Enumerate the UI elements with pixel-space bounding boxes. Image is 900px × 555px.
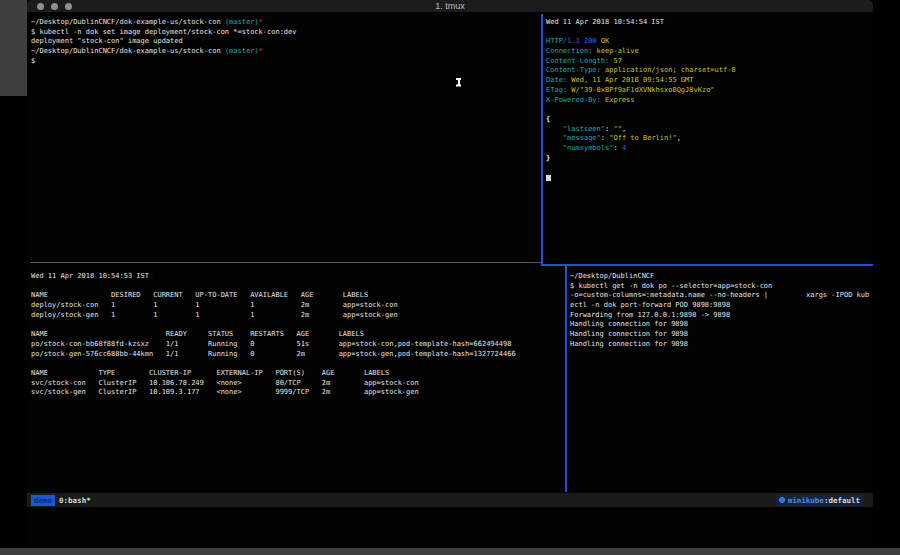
terminal-text: Handling connection for 9898 (570, 320, 688, 328)
terminal-line: deploy/stock-gen 1 1 1 1 2m app=stock-ge… (31, 311, 561, 321)
terminal-text: Date: (546, 76, 567, 84)
pane-divider-vertical-top[interactable] (541, 14, 543, 265)
terminal-text: ectl -n dok port-forward POD 9898:9898 (570, 301, 730, 309)
terminal-text: OK (597, 37, 610, 45)
terminal-text: Forwarding from 127.0.0.1:9898 -> 9898 (570, 311, 730, 319)
terminal-line: Handling connection for 9898 (570, 320, 873, 330)
terminal-text: * (259, 47, 263, 55)
terminal-text: X-Powered-By: (546, 96, 601, 104)
terminal-line: HTTP/1.1 200 OK (546, 37, 873, 47)
traffic-lights (37, 3, 72, 10)
terminal-line: X-Powered-By: Express (546, 96, 873, 106)
terminal-line: Forwarding from 127.0.0.1:9898 -> 9898 (570, 311, 873, 321)
terminal-text: svc/stock-gen ClusterIP 10.109.3.177 <no… (31, 388, 419, 396)
terminal-text: po/stock-con-bb68f88fd-kzsxz 1/1 Running… (31, 340, 511, 348)
pane-divider-vertical-bottom[interactable] (565, 265, 567, 492)
terminal-window: 1. tmux ~/Desktop/DublinCNCF/dok-example… (27, 0, 873, 548)
kube-context: minikube (788, 496, 824, 505)
terminal-line (31, 320, 561, 330)
terminal-text: Express (601, 96, 635, 104)
terminal-line (31, 282, 561, 292)
terminal-text: Handling connection for 9898 (570, 340, 688, 348)
terminal-text: Wed, 11 Apr 2018 09:54:55 GMT (567, 76, 693, 84)
terminal-text: $ kubectl -n dok set image deployment/st… (31, 28, 297, 36)
terminal-text: deployment "stock-con" image updated (31, 37, 183, 45)
pane-bottom-right-port-forward[interactable]: ~/Desktop/DublinCNCF$ kubectl get -n dok… (570, 272, 873, 487)
terminal-line: deploy/stock-con 1 1 1 1 2m app=stock-co… (31, 301, 561, 311)
terminal-line: $ (31, 57, 536, 67)
terminal-line: Handling connection for 9898 (570, 330, 873, 340)
terminal-text: Connection: (546, 47, 592, 55)
terminal-text: $ (31, 57, 35, 65)
close-button[interactable] (37, 3, 44, 10)
pane-bottom-left-kubectl-watch[interactable]: Wed 11 Apr 2018 10:54:53 ISTNAME DESIRED… (31, 272, 561, 487)
pane-top-left-shell[interactable]: ~/Desktop/DublinCNCF/dok-example-us/stoc… (31, 18, 536, 258)
terminal-line: Connection: keep-alive (546, 47, 873, 57)
terminal-text: deploy/stock-gen 1 1 1 1 2m app=stock-ge… (31, 311, 398, 319)
terminal-text: -o=custom-columns=:metadata.name --no-he… (570, 291, 869, 299)
desktop-background: 1. tmux ~/Desktop/DublinCNCF/dok-example… (0, 0, 900, 555)
terminal-line (546, 105, 873, 115)
terminal-text: "message" (563, 134, 601, 142)
tmux-content: ~/Desktop/DublinCNCF/dok-example-us/stoc… (27, 14, 873, 548)
terminal-text: } (546, 154, 550, 162)
terminal-text: { (546, 115, 550, 123)
terminal-line: NAME READY STATUS RESTARTS AGE LABELS (31, 330, 561, 340)
terminal-text: ~/Desktop/DublinCNCF/dok-example-us/stoc… (31, 47, 225, 55)
mouse-ibeam-cursor (456, 78, 461, 86)
terminal-line (546, 28, 873, 38)
terminal-cursor (546, 175, 551, 181)
terminal-line: Wed 11 Apr 2018 10:54:54 IST (546, 18, 873, 28)
terminal-line: NAME DESIRED CURRENT UP-TO-DATE AVAILABL… (31, 291, 561, 301)
terminal-text (546, 134, 563, 142)
terminal-line: "lastseen": "", (546, 125, 873, 135)
terminal-text: NAME READY STATUS RESTARTS AGE LABELS (31, 330, 364, 338)
terminal-line: ~/Desktop/DublinCNCF (570, 272, 873, 282)
terminal-line: Content-Length: 57 (546, 57, 873, 67)
terminal-text: ~/Desktop/DublinCNCF/dok-example-us/stoc… (31, 18, 225, 26)
terminal-text: Content-Length: (546, 57, 609, 65)
session-name-badge[interactable]: demo (31, 495, 55, 506)
kubernetes-icon (779, 497, 785, 503)
terminal-text: , (622, 125, 626, 133)
terminal-line: po/stock-con-bb68f88fd-kzsxz 1/1 Running… (31, 340, 561, 350)
terminal-line: "message": "Off to Berlin!", (546, 134, 873, 144)
terminal-text: (master) (225, 47, 259, 55)
terminal-text: HTTP (546, 37, 563, 45)
tmux-status-bar: demo 0:bash* minikube :default (27, 493, 873, 507)
window-tab-bash[interactable]: 0:bash* (59, 496, 91, 505)
terminal-text: : (601, 134, 609, 142)
zoom-button[interactable] (65, 3, 72, 10)
terminal-text (546, 125, 563, 133)
pane-divider-horizontal-left[interactable] (30, 262, 541, 263)
terminal-line: ETag: W/"39-0xBPf9aF1dXVNkhsxoBQgJ8vKzo" (546, 86, 873, 96)
window-titlebar[interactable]: 1. tmux (27, 0, 873, 13)
terminal-text: 4 (622, 144, 626, 152)
terminal-text: : (613, 144, 621, 152)
terminal-text: Wed 11 Apr 2018 10:54:53 IST (31, 272, 149, 280)
pane-top-right-http-response[interactable]: Wed 11 Apr 2018 10:54:54 ISTHTTP/1.1 200… (546, 18, 873, 258)
terminal-line: { (546, 115, 873, 125)
terminal-text: application/json; charset=utf-8 (601, 66, 736, 74)
pane-divider-horizontal-right[interactable] (541, 264, 873, 266)
terminal-text: Handling connection for 9898 (570, 330, 688, 338)
minimize-button[interactable] (51, 3, 58, 10)
terminal-line: NAME TYPE CLUSTER-IP EXTERNAL-IP PORT(S)… (31, 369, 561, 379)
window-title: 1. tmux (27, 0, 873, 13)
terminal-text: (master) (225, 18, 259, 26)
background-strip-bottom (0, 548, 900, 555)
terminal-line: -o=custom-columns=:metadata.name --no-he… (570, 291, 873, 301)
terminal-text: 57 (609, 57, 622, 65)
terminal-text: ~/Desktop/DublinCNCF (570, 272, 654, 280)
terminal-line: svc/stock-gen ClusterIP 10.109.3.177 <no… (31, 388, 561, 398)
terminal-text (546, 144, 563, 152)
terminal-text: Wed 11 Apr 2018 10:54:54 IST (546, 18, 664, 26)
terminal-text: svc/stock-con ClusterIP 10.106.78.249 <n… (31, 379, 419, 387)
terminal-text: W/"39-0xBPf9aF1dXVNkhsxoBQgJ8vKzo" (567, 86, 715, 94)
terminal-text: deploy/stock-con 1 1 1 1 2m app=stock-co… (31, 301, 398, 309)
terminal-text: NAME DESIRED CURRENT UP-TO-DATE AVAILABL… (31, 291, 368, 299)
terminal-text: $ kubectl get -n dok po --selector=app=s… (570, 282, 772, 290)
terminal-text: ETag: (546, 86, 567, 94)
terminal-text: "Off to Berlin!" (609, 134, 676, 142)
terminal-text: Content-Type: (546, 66, 601, 74)
